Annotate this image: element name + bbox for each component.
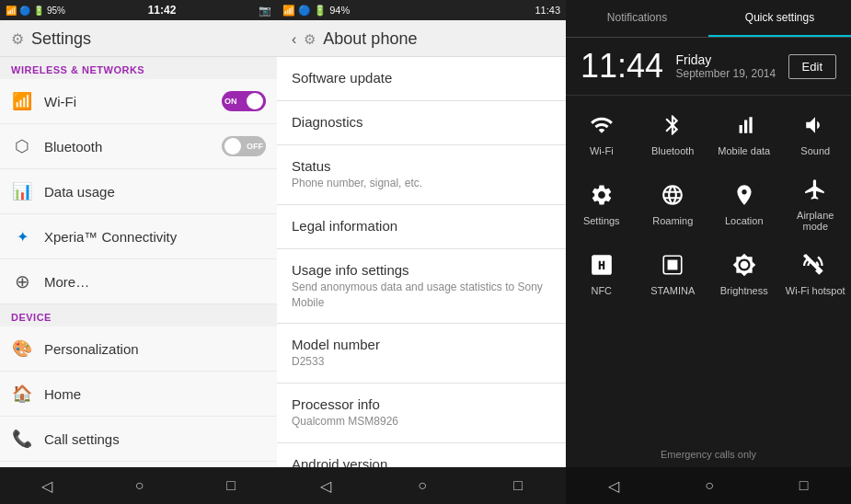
processor-subtitle: Qualcomm MSM8926 [292,414,551,430]
qs-settings-icon [587,180,616,210]
tab-quick-settings[interactable]: Quick settings [708,0,851,37]
personalization-label: Personalization [44,341,266,357]
qs-date-col: Friday September 19, 2014 [675,52,776,80]
about-item-legal[interactable]: Legal information [277,205,566,249]
more-label: More… [44,274,266,290]
about-item-diagnostics[interactable]: Diagnostics [277,101,566,145]
settings-item-xperia[interactable]: ✦ Xperia™ Connectivity [0,214,277,259]
qs-tile-nfc[interactable]: NFC [566,239,638,304]
qs-hotspot-label: Wi-Fi hotspot [786,285,845,296]
bluetooth-icon: ⬡ [11,135,33,157]
qs-location-icon [730,180,759,210]
qs-nfc-label: NFC [591,285,612,296]
about-item-model[interactable]: Model number D2533 [277,324,566,384]
personalization-icon: 🎨 [11,338,33,360]
qs-roaming-label: Roaming [652,215,693,226]
about-item-status[interactable]: Status Phone number, signal, etc. [277,145,566,205]
about-item-software-update[interactable]: Software update [277,57,566,101]
home-button-right[interactable]: ○ [699,472,719,499]
about-header: ‹ ⚙ About phone [277,20,566,57]
about-title: About phone [323,29,417,49]
quick-settings-panel: Notifications Quick settings 11:44 Frida… [566,0,851,504]
qs-time: 11:44 [581,47,663,86]
qs-sound-icon [800,110,830,140]
bt-icon: 🔵 [19,6,30,16]
usage-info-title: Usage info settings [292,262,551,278]
settings-item-more[interactable]: ⊕ More… [0,259,277,304]
qs-grid: Wi-Fi Bluetooth Mobile data Sound Setti [566,96,851,307]
bluetooth-label: Bluetooth [44,139,211,155]
qs-bt-label: Bluetooth [651,145,694,156]
bluetooth-toggle[interactable]: OFF [222,136,266,156]
qs-airplane-label: Airplane mode [784,210,848,232]
qs-tile-sound[interactable]: Sound [780,99,852,164]
data-usage-icon: 📊 [11,180,33,202]
toggle-on-text: ON [224,97,237,106]
settings-item-wifi[interactable]: 📶 Wi-Fi ON [0,79,277,124]
qs-settings-label: Settings [583,215,620,226]
about-item-processor[interactable]: Processor info Qualcomm MSM8926 [277,384,566,443]
qs-tile-roaming[interactable]: Roaming [638,164,709,239]
qs-tile-location[interactable]: Location [708,164,780,239]
about-item-android[interactable]: Android version 4.4.2 [277,443,566,467]
qs-clock-row: 11:44 Friday September 19, 2014 Edit [566,38,851,95]
settings-item-home[interactable]: 🏠 Home [0,372,277,417]
qs-tile-settings[interactable]: Settings [566,164,638,239]
status-time-mid: 11:43 [535,5,560,16]
back-button-mid[interactable]: ◁ [315,472,337,500]
section-label-wireless: WIRELESS & NETWORKS [0,57,277,79]
diagnostics-title: Diagnostics [292,114,551,130]
settings-item-personalization[interactable]: 🎨 Personalization [0,326,277,372]
settings-header: ⚙ Settings [0,20,277,57]
section-label-device: DEVICE [0,304,277,326]
qs-roaming-icon [658,180,687,210]
qs-mobile-data-label: Mobile data [718,145,770,156]
qs-hotspot-icon [800,250,830,280]
android-title: Android version [292,456,551,467]
qs-tile-wifi[interactable]: Wi-Fi [566,99,638,164]
battery-pct-mid: 94% [329,5,350,16]
about-scroll: Software update Diagnostics Status Phone… [277,57,566,467]
qs-tile-bluetooth[interactable]: Bluetooth [638,99,709,164]
home-button-mid[interactable]: ○ [412,472,432,499]
tab-notifications[interactable]: Notifications [566,0,708,37]
signal-icon-mid: 📶 [282,5,295,16]
bt-icon-mid: 🔵 [298,5,311,16]
settings-item-call[interactable]: 📞 Call settings [0,417,277,462]
nav-bar-right: ◁ ○ □ [566,467,851,504]
settings-item-bluetooth[interactable]: ⬡ Bluetooth OFF [0,124,277,169]
status-bar-left: 📶 🔵 🔋 95% 11:42 📷 [0,0,277,20]
qs-edit-button[interactable]: Edit [788,54,836,79]
back-button-right[interactable]: ◁ [603,472,625,500]
qs-brightness-icon [730,250,759,280]
qs-wifi-icon [587,110,616,140]
recents-button-right[interactable]: □ [794,472,814,499]
camera-icon: 📷 [259,5,271,17]
qs-tile-brightness[interactable]: Brightness [708,239,780,304]
back-button-left[interactable]: ◁ [36,472,58,500]
qs-tile-hotspot[interactable]: Wi-Fi hotspot [780,239,852,304]
more-icon: ⊕ [11,270,33,292]
qs-sound-label: Sound [800,145,830,156]
nav-bar-mid: ◁ ○ □ [277,467,566,504]
back-chevron-icon[interactable]: ‹ [292,31,296,48]
model-subtitle: D2533 [292,354,551,370]
home-button-left[interactable]: ○ [130,472,150,499]
recents-button-left[interactable]: □ [221,472,241,499]
qs-airplane-icon [800,175,830,204]
qs-tile-mobile-data[interactable]: Mobile data [708,99,780,164]
qs-emergency-text: Emergency calls only [566,441,851,467]
qs-tile-stamina[interactable]: STAMINA [638,239,709,304]
settings-item-data-usage[interactable]: 📊 Data usage [0,169,277,214]
qs-tile-airplane[interactable]: Airplane mode [780,164,852,239]
status-icons-left: 📶 🔵 🔋 95% [6,6,65,16]
about-header-icon: ⚙ [304,31,316,48]
about-item-usage-info[interactable]: Usage info settings Send anonymous data … [277,249,566,325]
recents-button-mid[interactable]: □ [508,472,528,499]
wifi-toggle[interactable]: ON [222,91,266,111]
software-update-title: Software update [292,70,551,86]
battery-icon-mid: 🔋 [314,5,327,16]
home-icon: 🏠 [11,383,33,405]
battery-pct: 95% [47,6,65,16]
model-title: Model number [292,337,551,352]
